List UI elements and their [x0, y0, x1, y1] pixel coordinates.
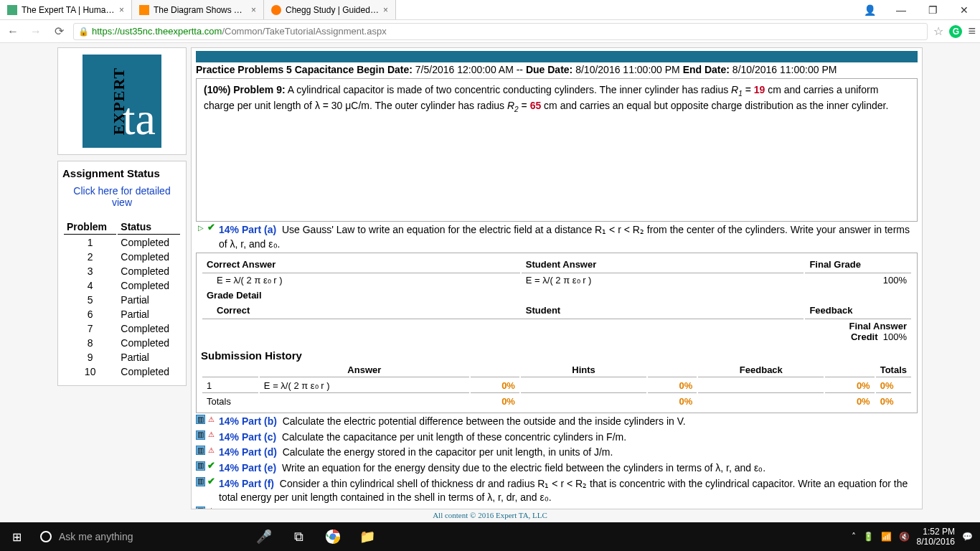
address-bar[interactable]: 🔒 https://ust35nc.theexpertta.com/Common… — [73, 23, 928, 40]
browser-tab-strip: The Expert TA | Human-lik × The Diagram … — [0, 0, 980, 20]
final-grade-value: 100% — [805, 273, 911, 287]
expand-icon[interactable]: ▥ — [196, 415, 205, 424]
tab-close-icon[interactable]: × — [251, 5, 256, 15]
windows-taskbar: ⊞ Ask me anything 🎤 ⧉ 📁 ˄ 🔋 📶 🔇 1:52 PM … — [0, 522, 980, 551]
grade-detail-heading: Grade Detail — [207, 290, 262, 301]
notifications-icon[interactable]: 💬 — [962, 532, 973, 542]
volume-icon[interactable]: 🔇 — [899, 532, 910, 542]
task-view-icon[interactable]: ⧉ — [283, 522, 314, 551]
part-a-text: Use Gauss' Law to write an equation for … — [219, 224, 910, 250]
expand-icon[interactable]: ▥ — [196, 507, 205, 509]
part-a-detail: Correct Answer Student Answer Final Grad… — [196, 253, 918, 413]
url-path: /Common/TakeTutorialAssignment.aspx — [222, 26, 386, 37]
browser-menu-icon[interactable]: ≡ — [968, 24, 976, 39]
problem-row[interactable]: 8Completed — [64, 336, 180, 349]
tab-close-icon[interactable]: × — [119, 5, 124, 15]
expand-icon[interactable]: ▥ — [196, 461, 205, 471]
problem-row[interactable]: 6Partial — [64, 308, 180, 321]
warning-icon: ⚠ — [207, 446, 216, 455]
problem-row[interactable]: 10Completed — [64, 365, 180, 378]
expand-icon[interactable]: ▥ — [196, 446, 205, 455]
tray-chevron-icon[interactable]: ˄ — [852, 532, 856, 542]
col-status: Status — [118, 220, 180, 235]
taskbar-explorer-icon[interactable]: 📁 — [352, 522, 383, 551]
warning-icon: ⚠ — [207, 430, 216, 440]
problem-row[interactable]: 5Partial — [64, 293, 180, 306]
check-icon: ✔ — [207, 223, 216, 232]
problem-row[interactable]: 1Completed — [64, 236, 180, 249]
col-problem: Problem — [64, 220, 116, 235]
check-icon: ✔ — [207, 477, 216, 486]
window-maximize-icon[interactable]: ❐ — [917, 0, 948, 19]
battery-icon[interactable]: 🔋 — [863, 532, 874, 542]
favicon-icon — [271, 5, 281, 15]
correct-answer-value: E = λ/( 2 π ε₀ r ) — [202, 273, 520, 287]
assignment-title: Practice Problems 5 Capacitance — [196, 64, 354, 75]
page-footer: All content © 2016 Expert TA, LLC — [0, 509, 980, 521]
browser-tab-1[interactable]: The Expert TA | Human-lik × — [0, 0, 132, 19]
wifi-icon[interactable]: 📶 — [881, 532, 892, 542]
problem-row[interactable]: 3Completed — [64, 265, 180, 278]
taskbar-chrome-icon[interactable] — [317, 522, 349, 551]
tab-title: Chegg Study | Guided Sol — [286, 5, 379, 15]
part-row[interactable]: ▥⚠14% Part (b) Calculate the electric po… — [196, 415, 918, 429]
expand-icon[interactable]: ▥ — [196, 430, 205, 440]
part-row[interactable]: ▥✔14% Part (e) Write an equation for the… — [196, 461, 918, 476]
browser-toolbar: ← → ⟳ 🔒 https://ust35nc.theexpertta.com/… — [0, 20, 980, 43]
check-icon: ✔ — [207, 461, 216, 471]
student-answer-value: E = λ/( 2 π ε₀ r ) — [522, 273, 804, 287]
problem-row[interactable]: 7Completed — [64, 322, 180, 335]
detailed-view-link[interactable]: Click here for detailed view — [62, 185, 182, 208]
start-button[interactable]: ⊞ — [0, 530, 33, 544]
tab-title: The Diagram Shows Three — [154, 5, 247, 15]
class-banner — [196, 51, 918, 62]
problem-row[interactable]: 9Partial — [64, 351, 180, 364]
submission-row: 1 E = λ/( 2 π ε₀ r ) 0% 0% 0% 0% — [202, 379, 911, 393]
tray-clock[interactable]: 1:52 PM 8/10/2016 — [917, 527, 955, 547]
page-body: EXPERT ta Assignment Status Click here f… — [0, 43, 980, 509]
part-a-header[interactable]: ▷ ✔ 14% Part (a) Use Gauss' Law to write… — [196, 223, 918, 251]
part-row[interactable]: ▥✔14% Part (f) Consider a thin cylindric… — [196, 477, 918, 505]
warning-icon: ⚠ — [207, 415, 216, 424]
correct-answer-heading: Correct Answer — [202, 258, 520, 271]
problem-row[interactable]: 2Completed — [64, 250, 180, 263]
sidebar: EXPERT ta Assignment Status Click here f… — [57, 47, 187, 509]
nav-back-icon[interactable]: ← — [4, 23, 22, 40]
system-tray[interactable]: ˄ 🔋 📶 🔇 1:52 PM 8/10/2016 💬 — [844, 527, 980, 547]
bookmark-star-icon[interactable]: ☆ — [933, 24, 943, 38]
problem-statement: (10%) Problem 9: A cylindrical capacitor… — [196, 78, 918, 222]
user-icon[interactable]: 👤 — [854, 0, 885, 19]
taskbar-search[interactable]: Ask me anything — [33, 522, 248, 551]
favicon-icon — [7, 5, 17, 15]
part-row[interactable]: ▥⚠14% Part (c) Calculate the capacitance… — [196, 430, 918, 445]
browser-tab-2[interactable]: The Diagram Shows Three × — [132, 0, 264, 19]
logo-text-ta: ta — [123, 96, 156, 142]
window-close-icon[interactable]: ✕ — [948, 0, 980, 19]
assignment-status-panel: Assignment Status Click here for detaile… — [57, 161, 187, 386]
expand-icon[interactable]: ▷ — [196, 223, 205, 232]
favicon-icon — [139, 5, 149, 15]
browser-tab-3[interactable]: Chegg Study | Guided Sol × — [264, 0, 396, 19]
cortana-icon — [40, 531, 52, 542]
url-secure: https://ust35nc.theexpertta.com — [92, 26, 222, 37]
nav-reload-icon[interactable]: ⟳ — [50, 23, 67, 40]
nav-forward-icon[interactable]: → — [27, 23, 44, 40]
tab-title: The Expert TA | Human-lik — [22, 5, 115, 15]
part-row[interactable]: ▥⚠14% Part (g) Calculate the energy stor… — [196, 507, 918, 509]
problem-status-table: ProblemStatus 1Completed 2Completed 3Com… — [62, 218, 182, 380]
submission-totals-row: Totals 0% 0% 0% 0% — [202, 395, 911, 408]
warning-icon: ⚠ — [207, 507, 216, 509]
submission-history-heading: Submission History — [201, 349, 913, 362]
problem-row[interactable]: 4Completed — [64, 279, 180, 292]
expand-icon[interactable]: ▥ — [196, 477, 205, 486]
main-content: Practice Problems 5 Capacitance Begin Da… — [191, 47, 923, 509]
part-row[interactable]: ▥⚠14% Part (d) Calculate the energy stor… — [196, 446, 918, 460]
tab-close-icon[interactable]: × — [383, 5, 388, 15]
extension-grammarly-icon[interactable]: G — [949, 25, 962, 38]
assignment-header: Practice Problems 5 Capacitance Begin Da… — [196, 64, 918, 75]
final-answer-credit-value: 100% — [883, 331, 907, 342]
assignment-status-heading: Assignment Status — [62, 167, 182, 179]
mic-icon[interactable]: 🎤 — [248, 522, 280, 551]
logo: EXPERT ta — [57, 47, 187, 155]
window-minimize-icon[interactable]: — — [885, 0, 917, 19]
